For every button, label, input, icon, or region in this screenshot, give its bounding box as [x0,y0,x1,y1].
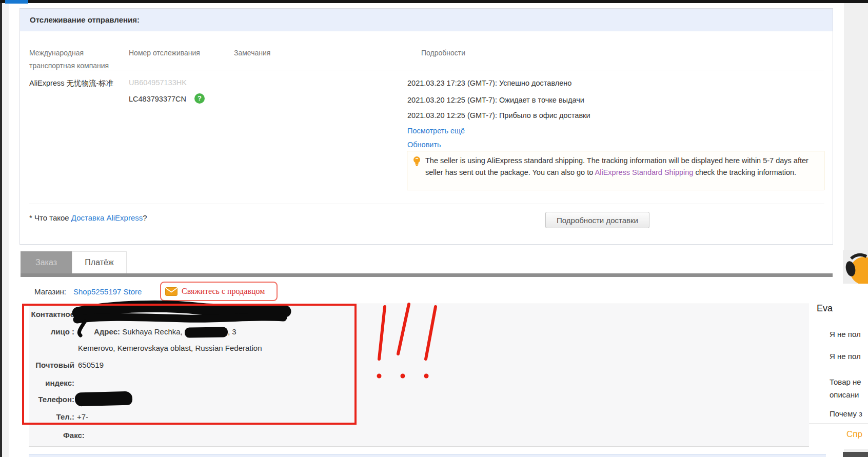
eva-bottom-widget[interactable] [843,452,868,457]
tracking-event: 2021.03.20 12:25 (GMT-7): Ожидает в точк… [407,96,584,104]
zip-label: Почтовый [18,361,74,369]
question-badge-icon[interactable]: ? [194,93,205,104]
card-footer-divider [29,204,824,204]
tracking-event: 2021.03.20 12:25 (GMT-7): Прибыло в офис… [407,111,590,120]
contact-person-label-2: лицо : [18,327,74,336]
redaction-blob-phone [75,391,133,407]
contact-seller-label: Свяжитесь с продавцом [182,287,265,296]
tel-label: Тел.: [18,412,74,421]
eva-help-item[interactable]: описани [830,390,859,399]
see-more-link[interactable]: Посмотреть ещё [407,127,465,135]
column-header-details: Подробности [421,47,465,59]
contact-person-label: Контактное [18,310,74,319]
tracking-card: Отслеживание отправления: Международная … [19,8,833,245]
tracking-card-title: Отслеживание отправления: [20,9,833,31]
tab-payment[interactable]: Платёж [72,251,127,273]
phone-label: Телефон: [18,395,74,404]
tracking-number-current: LC483793377CN [129,95,186,103]
table-header-divider [29,70,824,70]
footnote-prefix: * Что такое [29,213,71,222]
footnote: * Что такое Доставка AliExpress? [29,213,147,222]
next-section-header-strip [29,454,826,457]
shipping-notice-box: The seller is using AliExpress standard … [407,151,824,190]
standard-shipping-link[interactable]: AliExpress Standard Shipping [595,168,694,176]
eva-panel-divider [809,423,868,424]
footnote-suffix: ? [143,213,147,222]
tab-order[interactable]: Заказ [21,251,72,273]
left-gutter [2,0,9,457]
eva-help-panel: Eva Я не пол Я не пол Товар не описани П… [809,284,868,449]
eva-help-item[interactable]: Товар не [830,377,861,386]
carrier-name: AliExpress 无忧物流-标准 [29,78,113,88]
top-bar [0,0,868,3]
eva-help-item[interactable]: Почему з [830,409,862,418]
fax-label: Факс: [63,431,85,440]
delivery-details-button[interactable]: Подробности доставки [545,212,649,228]
lightbulb-icon [413,156,421,167]
aliexpress-delivery-link[interactable]: Доставка AliExpress [71,213,143,222]
tab-underline-strip [21,273,833,277]
order-tracking-page: Отслеживание отправления: Международная … [0,0,868,457]
zip-value: 650519 [78,361,104,369]
contact-seller-button[interactable]: Свяжитесь с продавцом [160,282,278,301]
column-header-notes: Замечания [234,47,270,59]
eva-help-item[interactable]: Я не пол [830,352,861,361]
tracking-number-old: UB604957133HK [129,78,187,87]
eva-help-item[interactable]: Я не пол [830,330,861,339]
envelope-icon [165,287,177,296]
notice-text-after: check the tracking information. [693,168,796,176]
column-header-carrier: Международная транспортная компания [29,47,116,72]
tracking-event: 2021.03.23 17:23 (GMT-7): Успешно достав… [407,79,571,87]
tel-value: +7- [77,412,88,421]
redaction-scribble-name [72,300,292,340]
address-line2: Kemerovo, Kemerovskaya oblast, Russian F… [78,344,262,352]
store-label: Магазин: [34,287,66,296]
store-link[interactable]: Shop5255197 Store [73,287,142,296]
refresh-link[interactable]: Обновить [407,141,441,149]
eva-footer-link[interactable]: Спр [846,429,862,440]
eva-panel-title: Eva [817,303,833,314]
column-header-number: Номер отслеживания [129,47,200,59]
zip-label-2: индекс: [18,379,74,387]
top-bar-progress [5,0,28,4]
